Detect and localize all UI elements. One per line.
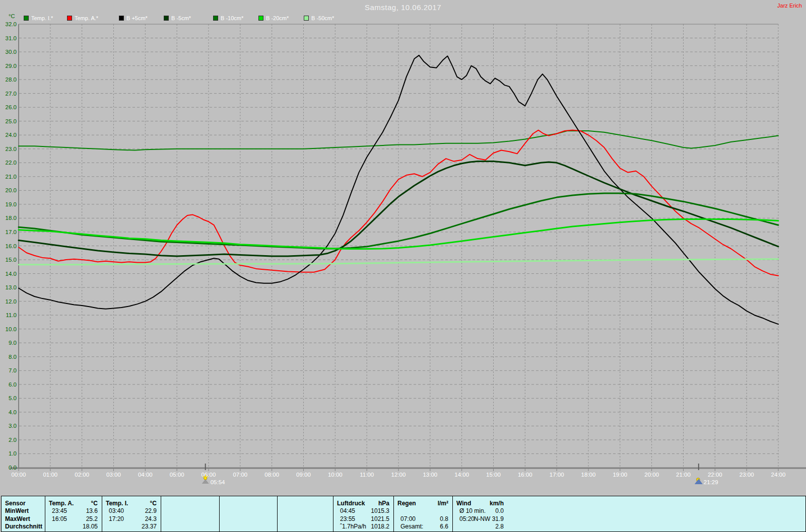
table-row-label: MaxWert xyxy=(5,515,44,523)
table-cell-value: 22.9 xyxy=(106,507,157,515)
y-tick-label: 2.0 xyxy=(9,437,17,443)
table-column-unit: °C xyxy=(106,500,157,507)
x-tick-label: 00:00 xyxy=(12,472,26,478)
weather-day-report: Samstag, 10.06.2017 Jarz Erich °C Temp. … xyxy=(0,0,806,532)
y-tick-label: 13.0 xyxy=(6,284,17,290)
y-tick-label: 26.0 xyxy=(6,104,17,110)
table-row-label: Durchschnitt xyxy=(5,523,44,530)
sunset-icon-time: 21:29 xyxy=(704,479,718,485)
table-cell-value: 24.3 xyxy=(106,515,157,523)
stats-table: SensorMinWertMaxWertDurchschnittTemp. A.… xyxy=(1,496,806,532)
x-tick-label: 13:00 xyxy=(423,472,437,478)
table-cell-value: 6.6 xyxy=(397,523,448,530)
x-tick-label: 12:00 xyxy=(391,472,406,478)
y-tick-label: 6.0 xyxy=(9,382,17,388)
y-tick-label: 14.0 xyxy=(6,271,17,277)
table-column-divider xyxy=(333,496,333,531)
y-tick-label: 15.0 xyxy=(6,257,17,263)
x-tick-label: 19:00 xyxy=(613,472,627,478)
y-tick-label: 25.0 xyxy=(6,118,17,124)
y-tick-label: 5.0 xyxy=(9,395,17,401)
table-cell-value: 1018.2 xyxy=(337,523,389,530)
y-tick-label: 29.0 xyxy=(6,63,17,69)
table-cell-value: 2.8 xyxy=(456,523,504,530)
x-tick-label: 01:00 xyxy=(43,472,57,478)
table-column-divider xyxy=(219,496,220,531)
x-tick-label: 11:00 xyxy=(360,472,374,478)
y-tick-label: 23.0 xyxy=(6,146,17,152)
table-column-divider xyxy=(393,496,394,531)
x-tick-label: 17:00 xyxy=(550,472,564,478)
y-tick-label: 1.0 xyxy=(9,450,17,457)
x-tick-label: 15:00 xyxy=(486,472,501,478)
table-cell-value: 0.8 xyxy=(397,515,448,523)
table-cell-value: 13.6 xyxy=(49,507,98,515)
x-tick-label: 07:00 xyxy=(233,472,247,478)
y-tick-label: 0.0 xyxy=(9,465,17,471)
x-tick-label: 03:00 xyxy=(106,472,121,478)
table-row-label: Sensor xyxy=(5,500,44,507)
x-tick-label: 22:00 xyxy=(708,472,722,478)
y-tick-label: 17.0 xyxy=(6,229,17,235)
x-tick-label: 02:00 xyxy=(75,472,89,478)
table-column-unit: °C xyxy=(49,500,98,507)
table-cell-value: 1015.3 xyxy=(337,507,389,515)
x-tick-label: 21:00 xyxy=(676,472,691,478)
y-tick-label: 12.0 xyxy=(6,298,17,305)
x-tick-label: 16:00 xyxy=(518,472,532,478)
table-cell-value: 18.05 xyxy=(49,523,98,530)
x-tick-label: 10:00 xyxy=(328,472,343,478)
y-tick-label: 21.0 xyxy=(6,174,17,180)
x-tick-label: 20:00 xyxy=(644,472,659,478)
y-tick-label: 4.0 xyxy=(9,409,17,415)
x-tick-label: 18:00 xyxy=(581,472,596,478)
y-tick-label: 19.0 xyxy=(6,201,17,207)
y-tick-label: 27.0 xyxy=(6,91,17,97)
table-column-divider xyxy=(277,496,278,531)
table-cell-value: 1021.5 xyxy=(337,515,389,523)
y-tick-label: 8.0 xyxy=(9,354,17,360)
y-tick-label: 31.0 xyxy=(6,35,17,41)
x-tick-label: 04:00 xyxy=(138,472,153,478)
table-column-unit: hPa xyxy=(337,500,389,507)
y-tick-label: 32.0 xyxy=(6,21,17,27)
y-tick-label: 22.0 xyxy=(6,160,17,166)
table-row-label: MinWert xyxy=(5,507,44,515)
y-tick-label: 11.0 xyxy=(6,312,17,318)
table-cell-value: N-NW 31.9 xyxy=(456,515,504,523)
x-tick-label: 05:00 xyxy=(170,472,184,478)
y-tick-label: 30.0 xyxy=(6,49,17,55)
temperature-chart: 0.01.02.03.04.05.06.07.08.09.010.011.012… xyxy=(0,0,806,496)
series-b-5cm xyxy=(19,55,778,324)
x-tick-label: 09:00 xyxy=(296,472,311,478)
y-tick-label: 3.0 xyxy=(9,423,17,429)
y-tick-label: 18.0 xyxy=(6,215,17,221)
table-cell-value: 0.0 xyxy=(456,507,504,515)
table-column-divider xyxy=(452,496,453,531)
table-cell-value: 23.37 xyxy=(106,523,157,530)
x-tick-label: 23:00 xyxy=(740,472,754,478)
x-tick-label: 08:00 xyxy=(264,472,279,478)
sunrise-icon-time: 05:54 xyxy=(211,479,225,485)
table-cell-value: 25.2 xyxy=(49,515,98,523)
y-tick-label: 16.0 xyxy=(6,243,17,249)
table-column-divider xyxy=(102,496,102,531)
x-tick-label: 14:00 xyxy=(454,472,469,478)
x-tick-label: 24:00 xyxy=(771,472,786,478)
table-column-divider xyxy=(161,496,161,531)
sunset-icon xyxy=(695,479,703,484)
table-column-divider xyxy=(45,496,45,531)
y-tick-label: 28.0 xyxy=(6,77,17,83)
y-tick-label: 20.0 xyxy=(6,187,17,193)
table-column-unit: l/m² xyxy=(397,500,448,507)
y-tick-label: 10.0 xyxy=(6,326,17,332)
y-tick-label: 9.0 xyxy=(9,340,17,346)
y-tick-label: 7.0 xyxy=(9,367,17,373)
table-column-unit: km/h xyxy=(456,500,504,507)
y-tick-label: 24.0 xyxy=(6,132,17,138)
